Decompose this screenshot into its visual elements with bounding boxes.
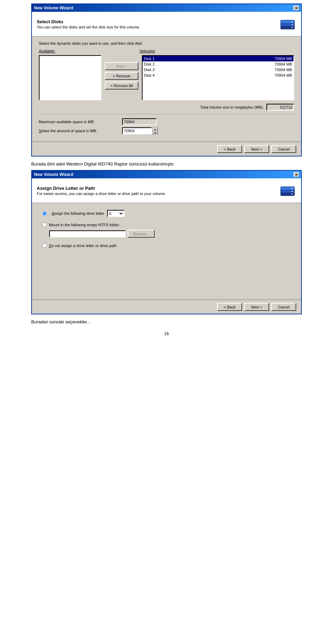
window1-header-title: Select Disks bbox=[37, 19, 140, 24]
available-label: Available: bbox=[39, 49, 56, 53]
radio-option-1: Assign the following drive letter E F G … bbox=[42, 210, 291, 217]
available-disks-list[interactable] bbox=[39, 55, 101, 100]
selected-label: Selected: bbox=[139, 49, 155, 53]
remove-button[interactable]: < Remove bbox=[105, 72, 138, 80]
window2-header: Assign Drive Letter or Path For easier a… bbox=[32, 178, 301, 203]
window2: New Volume Wizard ✕ Assign Drive Letter … bbox=[31, 170, 302, 314]
radio-no-letter[interactable] bbox=[42, 243, 47, 248]
spinner-up[interactable]: ▲ bbox=[153, 128, 157, 131]
radio-no-letter-label[interactable]: Do not assign a drive letter or drive pa… bbox=[49, 244, 117, 248]
window1-titlebar: New Volume Wizard ✕ bbox=[32, 4, 301, 12]
window2-body: Assign the following drive letter E F G … bbox=[32, 203, 301, 257]
selected-disk-2-size: 70904 MB bbox=[275, 62, 292, 66]
radio-option-2-group: Mount in the following empty NTFS folder… bbox=[42, 222, 291, 238]
window2-footer: < Back Next > Cancel bbox=[32, 300, 301, 314]
max-space-row: Maximum available space in MB: bbox=[39, 118, 294, 125]
header-icon-svg bbox=[279, 15, 296, 33]
radio-mount-folder[interactable] bbox=[42, 222, 47, 227]
spinner-buttons: ▲ ▼ bbox=[152, 127, 158, 134]
window2-header-text: Assign Drive Letter or Path For easier a… bbox=[37, 186, 166, 196]
radio-option-3: Do not assign a drive letter or drive pa… bbox=[42, 243, 291, 248]
radio-mount-folder-label[interactable]: Mount in the following empty NTFS folder… bbox=[49, 223, 120, 227]
disk-stack-icon-2 bbox=[279, 182, 296, 199]
selected-disk-2[interactable]: Disk 2 70904 MB bbox=[143, 61, 293, 67]
window2-cancel-button[interactable]: Cancel bbox=[271, 303, 296, 311]
svg-point-11 bbox=[291, 188, 293, 189]
svg-point-4 bbox=[291, 24, 293, 25]
window1-next-button[interactable]: Next > bbox=[244, 145, 269, 153]
radio-assign-letter[interactable] bbox=[42, 211, 47, 216]
window1-title: New Volume Wizard bbox=[34, 6, 73, 10]
window1-instruction: Select the dynamic disks you want to use… bbox=[39, 41, 294, 45]
browse-button[interactable]: Browse... bbox=[128, 230, 155, 238]
window1-cancel-button[interactable]: Cancel bbox=[271, 145, 296, 153]
disk-stack-icon bbox=[279, 15, 296, 33]
window1-close-button[interactable]: ✕ bbox=[293, 6, 299, 10]
window2-close-button[interactable]: ✕ bbox=[293, 172, 299, 177]
total-value: 212712 bbox=[266, 104, 294, 111]
spinner-down[interactable]: ▼ bbox=[153, 131, 157, 134]
max-space-label: Maximum available space in MB: bbox=[39, 120, 122, 124]
radio-assign-letter-label[interactable]: Assign the following drive letter bbox=[52, 211, 104, 215]
selected-disk-3[interactable]: Disk 3 70904 MB bbox=[143, 67, 293, 73]
drive-letter-select[interactable]: E F G H bbox=[107, 210, 125, 217]
between-text-2: Buradan sonraki seçenekler... bbox=[31, 319, 302, 324]
window1-header-subtitle: You can select the disks and set the dis… bbox=[37, 25, 140, 29]
selected-disk-1[interactable]: Disk 1 70904 MB bbox=[143, 56, 293, 61]
window2-header-subtitle: For easier access, you can assign a driv… bbox=[37, 192, 166, 196]
window2-titlebar: New Volume Wizard ✕ bbox=[32, 171, 301, 178]
selected-disk-4-name: Disk 4 bbox=[144, 73, 155, 77]
window2-header-title: Assign Drive Letter or Path bbox=[37, 186, 166, 191]
window2-back-button[interactable]: < Back bbox=[217, 303, 242, 311]
radio-option-1-group: Assign the following drive letter E F G … bbox=[42, 210, 291, 217]
selected-disks-list[interactable]: Disk 1 70904 MB Disk 2 70904 MB Disk 3 7… bbox=[142, 55, 294, 100]
window2-next-button[interactable]: Next > bbox=[244, 303, 269, 311]
mount-path-input[interactable] bbox=[49, 230, 126, 237]
window1: New Volume Wizard ✕ Select Disks You can… bbox=[31, 3, 302, 156]
window1-header-text: Select Disks You can select the disks an… bbox=[37, 19, 140, 29]
window1-header: Select Disks You can select the disks an… bbox=[32, 12, 301, 36]
selected-disk-1-size: 70904 MB bbox=[275, 57, 292, 61]
svg-point-5 bbox=[291, 21, 293, 23]
svg-point-9 bbox=[291, 193, 293, 195]
window1-footer: < Back Next > Cancel bbox=[32, 142, 301, 156]
section-divider-1 bbox=[39, 114, 294, 115]
add-button[interactable]: Add > bbox=[105, 62, 138, 70]
selected-disk-2-name: Disk 2 bbox=[144, 62, 155, 66]
mount-path-row: Browse... bbox=[49, 230, 291, 238]
selected-disk-4[interactable]: Disk 4 70904 MB bbox=[143, 73, 293, 78]
svg-point-3 bbox=[291, 27, 293, 28]
disk-select-area: Add > < Remove < Remove All Disk 1 70904… bbox=[39, 55, 294, 100]
window2-title: New Volume Wizard bbox=[34, 172, 73, 177]
select-space-label: Select the amount of space in MB: bbox=[39, 129, 122, 133]
svg-point-10 bbox=[291, 190, 293, 192]
total-row: Total volume size in megabytes (MB): 212… bbox=[39, 104, 294, 111]
window1-back-button[interactable]: < Back bbox=[217, 145, 242, 153]
between-text-1: Burada dört adet Western Digital WD740 R… bbox=[31, 161, 302, 167]
disk-action-buttons: Add > < Remove < Remove All bbox=[105, 55, 138, 90]
select-space-row: Select the amount of space in MB: ▲ ▼ bbox=[39, 127, 294, 134]
selected-disk-1-name: Disk 1 bbox=[144, 57, 155, 61]
page-number: 16 bbox=[7, 331, 326, 336]
remove-all-button[interactable]: < Remove All bbox=[105, 82, 138, 90]
radio-option-2: Mount in the following empty NTFS folder… bbox=[42, 222, 291, 227]
window2-spacer bbox=[32, 257, 301, 299]
max-space-input bbox=[122, 118, 157, 125]
window1-body: Select the dynamic disks you want to use… bbox=[32, 36, 301, 141]
select-space-input[interactable] bbox=[122, 127, 152, 134]
space-spinner[interactable]: ▲ ▼ bbox=[122, 127, 158, 134]
header-icon-svg-2 bbox=[279, 182, 296, 199]
selected-disk-3-size: 70904 MB bbox=[275, 68, 292, 72]
selected-disk-3-name: Disk 3 bbox=[144, 68, 155, 72]
selected-disk-4-size: 70904 MB bbox=[275, 73, 292, 77]
total-label: Total volume size in megabytes (MB): bbox=[200, 105, 264, 109]
